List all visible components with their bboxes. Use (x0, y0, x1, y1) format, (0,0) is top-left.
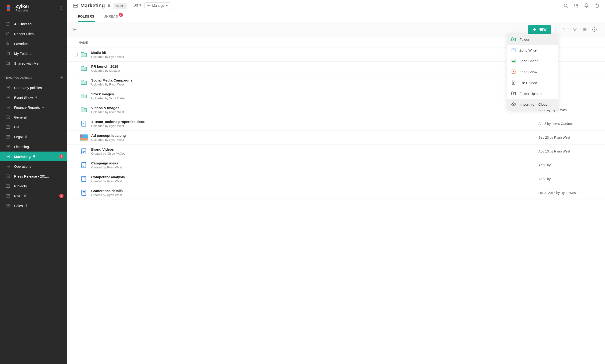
file-type-icon (79, 51, 89, 58)
breadcrumb-team-folder-icon[interactable] (73, 27, 78, 32)
view-options-button[interactable] (582, 27, 587, 32)
svg-point-15 (7, 107, 7, 107)
search-button[interactable] (563, 3, 568, 8)
svg-text:A: A (563, 28, 564, 30)
cloud-import-icon (511, 102, 516, 107)
team-folder-item[interactable]: Licensing (0, 142, 67, 152)
sidebar-item-recent-files[interactable]: Recent Files (0, 29, 67, 39)
members-count[interactable]: 7 (134, 3, 141, 8)
sidebar-more-button[interactable] (59, 4, 63, 12)
svg-rect-68 (577, 4, 578, 5)
team-folder-item[interactable]: Operations (0, 161, 67, 171)
menu-item-sheet[interactable]: Zoho Sheet (507, 55, 558, 66)
help-button[interactable] (594, 3, 599, 8)
team-folder-label: Sales (14, 204, 23, 208)
file-row[interactable]: Campaign ideas Created by Ryan West Apr … (67, 158, 605, 172)
plus-icon (533, 28, 536, 31)
file-type-icon (79, 189, 89, 196)
file-name: Videos & Images (91, 106, 538, 110)
team-folder-icon (73, 3, 78, 8)
team-folder-item[interactable]: Legal (0, 132, 67, 142)
add-team-folder-button[interactable]: + (60, 75, 63, 80)
svg-point-51 (7, 195, 7, 196)
svg-point-49 (8, 186, 9, 186)
shared-with-me-icon (5, 61, 10, 66)
menu-item-label: File Upload (519, 81, 537, 85)
sidebar-item-label: My Folders (14, 52, 31, 55)
team-folder-label: Press Release - 201... (14, 174, 49, 178)
file-type-icon (79, 162, 89, 169)
gear-icon (147, 4, 151, 8)
svg-rect-69 (575, 5, 575, 6)
sidebar-item-shared-with-me[interactable]: Shared with Me (0, 58, 67, 68)
svg-point-11 (7, 97, 7, 98)
file-row[interactable]: Brand Videos Created by Chloe McCoy Aug … (67, 144, 605, 158)
file-subtitle: Uploaded by Scott Fisher (91, 96, 538, 100)
new-button[interactable]: NEW (528, 25, 551, 34)
menu-item-folder-new[interactable]: Folder (507, 34, 558, 45)
team-folder-item[interactable]: Sales (0, 201, 67, 211)
lock-icon (107, 4, 111, 8)
svg-point-61 (76, 5, 77, 6)
menu-item-file-upload[interactable]: File Upload (507, 77, 558, 88)
team-folder-label: Licensing (14, 145, 29, 149)
svg-point-65 (564, 4, 567, 7)
recent-files-icon (5, 31, 10, 36)
team-folders-heading: TEAM FOLDERS (18) + (0, 71, 67, 83)
file-row[interactable]: W 1 Team_actions properties.docx Uploade… (67, 117, 605, 131)
svg-rect-66 (575, 4, 575, 5)
sidebar-item-favorites[interactable]: Favorites (0, 39, 67, 49)
svg-point-31 (7, 146, 7, 147)
current-user: Ryan West (15, 9, 29, 12)
team-folder-item[interactable]: Finance Reports (0, 102, 67, 112)
team-folder-item[interactable]: General (0, 112, 67, 122)
svg-point-79 (76, 29, 76, 30)
svg-rect-70 (576, 5, 576, 6)
team-folder-item[interactable]: HR (0, 122, 67, 132)
team-folder-item[interactable]: Press Release - 201... (0, 171, 67, 181)
sidebar-item-all-unread[interactable]: All Unread (0, 19, 67, 29)
file-type-icon (79, 134, 89, 141)
team-folder-item[interactable]: Marketing3 (0, 152, 67, 161)
file-row[interactable]: Competitor analysis Created by Ryan West… (67, 172, 605, 186)
lock-icon (24, 194, 27, 197)
sidebar-item-my-folders[interactable]: My Folders (0, 49, 67, 58)
filter-button[interactable] (572, 27, 577, 32)
team-folder-icon (5, 105, 10, 110)
team-folder-item[interactable]: Event Show (0, 92, 67, 102)
svg-point-36 (8, 156, 8, 157)
column-name-header[interactable]: NAME (79, 41, 88, 44)
notifications-button[interactable] (584, 3, 589, 8)
apps-button[interactable] (574, 3, 579, 8)
team-folder-label: Legal (14, 135, 23, 139)
tab-unread[interactable]: UNREAD3 (103, 12, 119, 22)
menu-item-show[interactable]: Zoho Show (507, 66, 558, 77)
team-folder-label: HR (14, 125, 19, 129)
file-meta: Sep 23 by Ryan West (538, 136, 599, 139)
team-folder-item[interactable]: R&D2 (0, 191, 67, 201)
svg-point-32 (8, 146, 8, 147)
sort-az-button[interactable]: AZ (562, 27, 567, 32)
svg-point-60 (75, 5, 76, 6)
team-folder-label: Company policies (14, 86, 42, 90)
svg-point-17 (8, 107, 9, 107)
menu-item-writer[interactable]: Zoho Writer (507, 45, 558, 55)
team-folder-icon (5, 154, 10, 159)
svg-point-39 (7, 166, 7, 167)
menu-item-folder-upload[interactable]: Folder Upload (507, 88, 558, 99)
row-checkbox[interactable] (74, 53, 78, 56)
app-logo-icon (4, 4, 13, 12)
svg-point-0 (61, 6, 62, 7)
menu-item-cloud-import[interactable]: Import from Cloud (507, 99, 558, 110)
file-row[interactable]: Conference details Created by Ryan West … (67, 186, 605, 200)
team-folder-item[interactable]: Company policies (0, 83, 67, 92)
manage-dropdown[interactable]: Manage (144, 2, 171, 9)
file-row[interactable]: Ad concept idea.png Uploaded by Ryan Wes… (67, 131, 605, 144)
sort-ascending-icon: ↑ (89, 40, 91, 44)
team-folder-item[interactable]: Projects (0, 181, 67, 191)
writer-icon (511, 48, 516, 53)
info-button[interactable] (592, 27, 597, 32)
tab-folders[interactable]: FOLDERS (78, 12, 95, 22)
menu-item-label: Import from Cloud (519, 102, 548, 106)
sidebar-header: Zylker Ryan West (0, 0, 67, 16)
